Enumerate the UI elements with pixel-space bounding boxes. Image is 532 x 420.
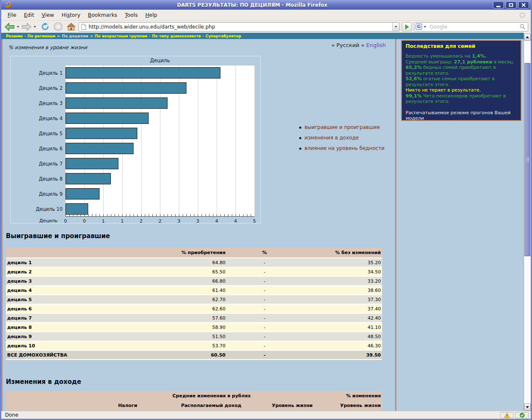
menu-item-view[interactable]: View (38, 10, 58, 20)
nav-link-item[interactable]: По типу домохозяиств (152, 34, 201, 38)
security-warning-button[interactable] (500, 412, 514, 418)
cell-loss: - (258, 258, 271, 268)
cell-loss: - (258, 268, 271, 277)
menu-item-help[interactable]: Help (142, 10, 161, 20)
go-button[interactable] (402, 22, 412, 32)
diamond-bullet-icon: ◆ (299, 126, 301, 129)
nav-separator: < (90, 34, 93, 38)
url-history-dropdown[interactable] (392, 23, 399, 31)
title-bar: DARTS РЕЗУЛЬТАТЫ: ПО ДЕЦИЛЯМ - Mozilla F… (1, 0, 531, 10)
status-text: Done (3, 412, 498, 418)
col-header-living-standard: Уровень жизни (250, 401, 334, 410)
menu-item-bookmarks[interactable]: Bookmarks (84, 10, 121, 20)
nav-link-current: По децилям (62, 34, 88, 38)
adblock-status-button[interactable] (515, 412, 529, 418)
chart-bar (66, 67, 220, 79)
firefox-icon (5, 2, 11, 8)
panel-text-line: 65,2% бедных семей приобретают в результ… (406, 65, 517, 76)
cell-gain: 51.50 (212, 332, 226, 341)
home-button[interactable] (67, 23, 76, 31)
nav-link-item[interactable]: По регионам (28, 34, 55, 38)
search-bar[interactable]: G Google (414, 22, 528, 32)
printable-summary-link[interactable]: Распечатываемое резюме прогонов Вашей мо… (406, 110, 517, 121)
chart-bar (66, 82, 186, 94)
panel-lines: Бедность уменьшилась на 1,4%.Средний выи… (406, 53, 517, 105)
chart-category-label: Дециль 3 (10, 96, 63, 111)
cell-gain: 62.70 (212, 295, 226, 304)
cell-nochange: 35.20 (368, 258, 381, 268)
cell-loss: - (258, 314, 271, 323)
x-tick-label: 1 (97, 218, 110, 224)
row-label: дециль 3 (7, 277, 32, 286)
cell-nochange: 41.10 (368, 323, 381, 332)
chart-bar (66, 188, 100, 200)
cell-loss: - (258, 286, 271, 295)
quick-link[interactable]: ◆изменения в доходе (299, 135, 385, 141)
row-label: дециль 7 (7, 314, 32, 323)
col-header-living-standard-pct: Уровень жизни (340, 401, 381, 410)
back-dropdown-icon[interactable] (17, 26, 19, 28)
panel-text-line: Средний выигрыш: 27,1 рублевки в месяц. (406, 59, 517, 65)
maximize-icon (509, 3, 513, 7)
cell-nochange: 42.40 (368, 314, 381, 323)
x-tick-label: 3 (173, 218, 185, 224)
nav-separator: · (149, 34, 150, 38)
section-heading-income: Изменения в доходе (6, 378, 81, 386)
maximize-button[interactable] (506, 1, 516, 8)
scroll-down-button[interactable] (524, 404, 531, 411)
nav-link-item[interactable]: Резюме (6, 34, 23, 38)
row-label: дециль 2 (7, 268, 32, 277)
window-title: DARTS РЕЗУЛЬТАТЫ: ПО ДЕЦИЛЯМ - Mozilla F… (13, 2, 491, 8)
go-icon (405, 24, 409, 29)
cell-nochange: 46.30 (368, 341, 381, 351)
chart-bar-row (66, 126, 254, 141)
diamond-bullet-icon: ◆ (299, 136, 301, 140)
scroll-up-button[interactable] (524, 34, 531, 41)
x-axis-label: Дециль (16, 218, 58, 223)
row-label: дециль 4 (7, 286, 32, 295)
chart-bar-row (66, 171, 254, 186)
row-label: дециль 9 (7, 332, 32, 341)
cell-nochange: 48.50 (368, 332, 381, 341)
quick-link[interactable]: ◆влияние на уровень бедности (299, 145, 385, 151)
income-header-row-1: Средние изменения в рублях % изменения (6, 391, 382, 401)
scrollbar-thumb[interactable] (524, 63, 530, 256)
family-consequences-panel: Последствия для семей Бедность уменьшила… (401, 40, 522, 121)
quick-links: ◆выигравшие и проигравшие◆изменения в до… (299, 124, 385, 156)
chart-bar-row (66, 96, 254, 111)
vertical-scrollbar[interactable] (524, 33, 531, 411)
search-icon[interactable] (519, 24, 526, 30)
minimize-button[interactable] (493, 1, 504, 8)
throbber-icon (519, 12, 526, 18)
table-row: дециль 951.50-48.50 (6, 332, 382, 341)
stop-button[interactable] (54, 22, 63, 31)
cell-loss: - (258, 332, 271, 341)
quick-link-label: выигравшие и проигравшие (304, 124, 380, 130)
quick-link[interactable]: ◆выигравшие и проигравшие (299, 124, 385, 130)
cell-gain: 64.80 (212, 258, 226, 268)
chart-category-label: Дециль 9 (10, 186, 63, 202)
search-input[interactable]: Google (427, 24, 519, 30)
reload-button[interactable] (41, 22, 50, 31)
url-text[interactable]: http://models.wider.unu.edu/darts_web/de… (89, 24, 392, 30)
winners-table: % приобретения % потери % без изменений … (6, 247, 382, 360)
page-body: % изменения в уровне жизни » Русский « E… (1, 39, 524, 411)
chart-category-label: Дециль 2 (10, 81, 63, 96)
forward-dropdown-icon[interactable] (34, 26, 36, 28)
search-engine-dropdown-icon[interactable] (424, 26, 426, 28)
close-button[interactable] (518, 1, 529, 8)
income-pct-header: % изменения (346, 391, 381, 401)
nav-link-item[interactable]: По возрастным группам (95, 34, 147, 38)
language-english-link[interactable]: English (366, 42, 386, 48)
back-button[interactable] (5, 23, 15, 31)
forward-button[interactable] (21, 23, 31, 31)
menu-item-file[interactable]: File (4, 10, 20, 20)
col-header-gain: % приобретения (181, 247, 225, 258)
menu-item-tools[interactable]: Tools (121, 10, 142, 20)
menu-item-history[interactable]: History (58, 10, 84, 20)
row-label: дециль 1 (7, 258, 32, 268)
menu-item-edit[interactable]: Edit (20, 10, 38, 20)
nav-link-item[interactable]: Супертабулятор (206, 34, 241, 38)
url-bar[interactable]: http://models.wider.unu.edu/darts_web/de… (79, 22, 400, 32)
chart-bar (66, 113, 149, 124)
